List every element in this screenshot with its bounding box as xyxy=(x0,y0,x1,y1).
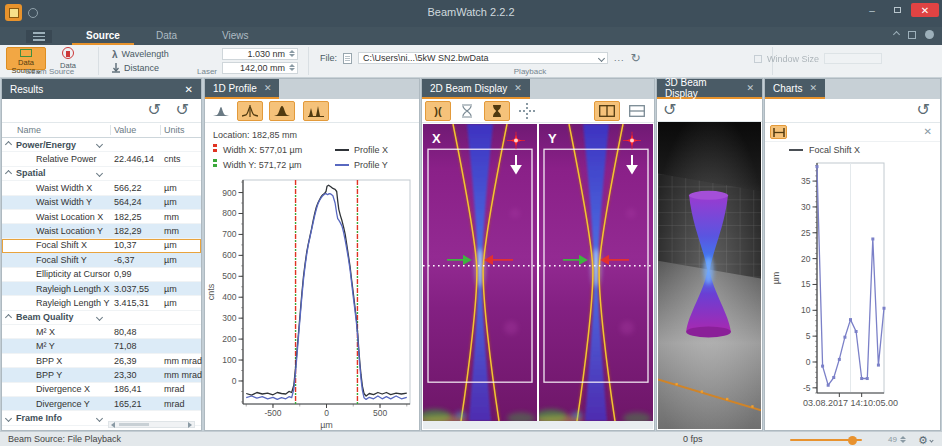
restore-button[interactable] xyxy=(886,3,908,17)
tab-data[interactable]: Data xyxy=(142,27,191,45)
results-row[interactable]: Focal Shift Y-6,37µm xyxy=(2,253,201,267)
location-value: Location: 182,85 mm xyxy=(213,130,297,140)
svg-text:0: 0 xyxy=(806,357,811,367)
results-row[interactable]: Divergence Y165,21mrad xyxy=(2,397,201,411)
close-charts-icon[interactable]: ✕ xyxy=(809,83,817,93)
hourglass-outline-button[interactable] xyxy=(454,101,480,121)
results-row[interactable]: M² X80,48 xyxy=(2,325,201,339)
beam-2d-image: Y xyxy=(539,124,653,421)
svg-text:µm: µm xyxy=(771,272,781,285)
close-1d-profile-icon[interactable]: ✕ xyxy=(264,83,272,93)
svg-text:900: 900 xyxy=(222,188,236,198)
beam-3d-view[interactable] xyxy=(658,122,761,429)
beam-2d-view[interactable]: X xyxy=(423,124,537,421)
svg-text:15: 15 xyxy=(801,279,811,289)
svg-text:600: 600 xyxy=(222,250,236,260)
svg-text:0: 0 xyxy=(232,376,237,386)
reset-all-icon[interactable]: ↺ xyxy=(176,102,189,118)
results-row[interactable]: Rayleigh Length Y3.415,31µm xyxy=(2,296,201,310)
profile-mode-line-button[interactable] xyxy=(237,101,263,121)
split-columns-button[interactable] xyxy=(594,101,620,121)
rate-spinner-icon[interactable] xyxy=(900,436,906,443)
close-3d-beam-icon[interactable]: ✕ xyxy=(746,83,754,93)
svg-text:100: 100 xyxy=(222,355,236,365)
tab-charts[interactable]: Charts✕ xyxy=(765,79,825,99)
rate-stepper[interactable]: 49 xyxy=(888,435,906,444)
filled-profile-icon xyxy=(274,105,290,117)
browse-file-button[interactable]: ... xyxy=(614,53,625,63)
beam-2d-view[interactable]: Y xyxy=(539,124,653,421)
tab-3d-beam-display[interactable]: 3D Beam Display✕ xyxy=(657,79,762,99)
beam-2d-panel: 2D Beam Display✕ )( xyxy=(421,78,655,431)
results-row[interactable]: Waist Width Y564,24µm xyxy=(2,196,201,210)
wavelength-label: Wavelength xyxy=(122,49,169,59)
help-icon[interactable] xyxy=(925,30,934,39)
crosshair-cursor-button[interactable] xyxy=(514,101,540,121)
file-dropdown-icon[interactable] xyxy=(598,55,605,62)
wavelength-field[interactable]: 1.030 nm xyxy=(222,48,298,60)
results-row[interactable]: M² Y71,08 xyxy=(2,339,201,353)
file-path-field[interactable]: C:\Users\ni...\5kW SN2.bwData xyxy=(358,52,608,64)
results-table: Name Value Units Power/EnergyRelative Po… xyxy=(2,123,201,426)
results-row[interactable]: BPP Y23,30mm mrad xyxy=(2,368,201,382)
results-row[interactable]: Relative Power22.446,14cnts xyxy=(2,152,201,166)
scroll-left-icon[interactable] xyxy=(111,422,115,428)
results-table-body: Power/EnergyRelative Power22.446,14cntsS… xyxy=(2,138,201,426)
profile-mode-filled-button[interactable] xyxy=(269,101,295,121)
tab-1d-profile[interactable]: 1D Profile✕ xyxy=(205,79,279,99)
results-header: Results ✕ xyxy=(2,79,201,99)
results-hscrollbar[interactable] xyxy=(108,421,195,428)
charts-panel: Charts✕ ↺ ✕ Focal Shift X -5051015202530… xyxy=(764,78,941,431)
beam-3d-panel: 3D Beam Display✕ ↺ xyxy=(656,78,763,431)
window-layout-icon[interactable] xyxy=(908,31,916,39)
results-row[interactable]: Focal Shift X10,37µm xyxy=(2,239,201,253)
results-close-icon[interactable]: ✕ xyxy=(185,84,193,95)
results-group-row[interactable]: Spatial xyxy=(2,167,201,181)
tab-views[interactable]: Views xyxy=(208,27,263,45)
svg-text:35: 35 xyxy=(801,176,811,186)
playback-slider[interactable] xyxy=(790,439,862,441)
results-row[interactable]: BPP X26,39mm mrad xyxy=(2,354,201,368)
minimize-button[interactable]: – xyxy=(861,3,883,17)
menu-icon[interactable] xyxy=(26,30,52,43)
profile-mode-area-button[interactable] xyxy=(208,101,234,121)
profile-x-legend-label: Profile X xyxy=(354,145,388,155)
reset-3d-view-icon[interactable]: ↺ xyxy=(663,102,676,118)
status-bar: Beam Source: File Playback 0 fps 49 ⚙ xyxy=(0,431,942,446)
trend-legend: Focal Shift X xyxy=(789,145,860,155)
split-rows-button[interactable] xyxy=(624,101,650,121)
collapse-ribbon-icon[interactable] xyxy=(893,31,900,38)
results-row[interactable]: Waist Location X182,25mm xyxy=(2,210,201,224)
svg-text:800: 800 xyxy=(222,208,236,218)
ribbon-tab-bar: Source Data Views xyxy=(0,27,942,45)
reload-file-icon[interactable]: ↻ xyxy=(631,51,641,65)
close-2d-beam-icon[interactable]: ✕ xyxy=(514,83,522,93)
results-title: Results xyxy=(10,84,43,95)
profile-mode-dual-button[interactable] xyxy=(303,101,329,121)
fit-width-button[interactable] xyxy=(770,125,787,139)
scroll-thumb[interactable] xyxy=(119,423,149,426)
window-size-disabled-group: Window Size xyxy=(754,53,882,64)
results-row[interactable]: Waist Location Y182,29mm xyxy=(2,224,201,238)
svg-text:0: 0 xyxy=(324,408,329,418)
settings-gear-icon[interactable]: ⚙ xyxy=(918,434,933,446)
reset-chart-icon[interactable]: ↺ xyxy=(917,102,930,118)
tab-2d-beam-display[interactable]: 2D Beam Display✕ xyxy=(422,79,530,99)
results-row[interactable]: Waist Width X566,22µm xyxy=(2,181,201,195)
results-group-row[interactable]: Power/Energy xyxy=(2,138,201,152)
wavelength-spinner[interactable] xyxy=(289,50,295,57)
reset-icon[interactable]: ↺ xyxy=(148,102,161,118)
hourglass-filled-button[interactable] xyxy=(484,101,510,121)
beam2d-toolbar: )( xyxy=(422,99,654,123)
caustic-view-button[interactable]: )( xyxy=(425,101,451,121)
profile-1d-panel: 1D Profile✕ Location: 182,85 mm xyxy=(204,78,420,431)
tab-source[interactable]: Source xyxy=(72,27,134,45)
scroll-right-icon[interactable] xyxy=(188,422,192,428)
results-group-row[interactable]: Beam Quality xyxy=(2,311,201,325)
results-row[interactable]: Ellipticity at Cursor0,99 xyxy=(2,268,201,282)
results-row[interactable]: Divergence X186,41mrad xyxy=(2,383,201,397)
close-button[interactable]: ✕ xyxy=(911,3,939,17)
results-row[interactable]: Rayleigh Length X3.037,55µm xyxy=(2,282,201,296)
remove-chart-icon[interactable]: ✕ xyxy=(924,126,932,137)
trend-legend-line xyxy=(789,149,803,151)
